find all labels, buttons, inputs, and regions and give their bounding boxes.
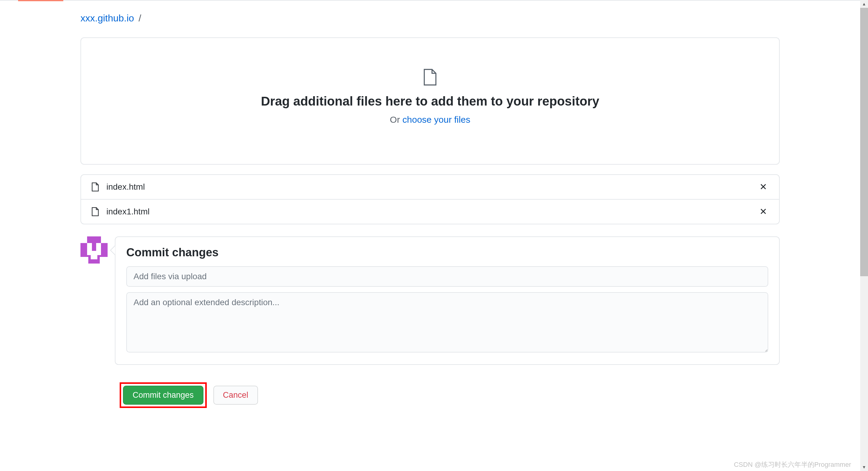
svg-rect-7 xyxy=(100,257,107,264)
file-row: index.html ✕ xyxy=(81,175,779,200)
commit-form: Commit changes xyxy=(115,236,780,365)
commit-changes-button[interactable]: Commit changes xyxy=(123,386,204,405)
scrollbar-track[interactable]: ▲ ▼ xyxy=(860,0,868,471)
file-row: index1.html ✕ xyxy=(81,200,779,224)
or-text: Or xyxy=(390,115,403,124)
drop-zone-heading: Drag additional files here to add them t… xyxy=(93,94,767,109)
commit-section: Commit changes xyxy=(81,236,780,365)
svg-rect-2 xyxy=(101,236,107,243)
file-icon xyxy=(91,182,100,192)
remove-file-button[interactable]: ✕ xyxy=(757,182,770,192)
avatar[interactable] xyxy=(81,236,107,264)
remove-file-button[interactable]: ✕ xyxy=(757,207,770,216)
scrollbar-thumb[interactable] xyxy=(860,8,868,276)
file-icon xyxy=(91,207,100,216)
file-icon xyxy=(422,68,438,86)
scrollbar-arrow-down-icon[interactable]: ▼ xyxy=(860,463,868,471)
commit-summary-input[interactable] xyxy=(126,266,768,287)
watermark-text: CSDN @练习时长六年半的Programmer xyxy=(734,460,851,469)
breadcrumb-repo-link[interactable]: xxx.github.io xyxy=(81,13,134,24)
uploaded-files-list: index.html ✕ index1.html ✕ xyxy=(81,174,780,224)
file-name: index.html xyxy=(106,182,757,192)
svg-rect-1 xyxy=(81,236,87,243)
scrollbar-arrow-up-icon[interactable]: ▲ xyxy=(860,0,868,8)
annotation-highlight: Commit changes xyxy=(120,382,207,408)
active-tab-indicator xyxy=(18,0,63,1)
commit-description-textarea[interactable] xyxy=(126,292,768,353)
commit-heading: Commit changes xyxy=(126,246,768,259)
close-icon: ✕ xyxy=(760,207,767,216)
svg-rect-5 xyxy=(91,251,97,259)
drop-zone-subtext: Or choose your files xyxy=(93,115,767,125)
file-name: index1.html xyxy=(106,207,757,216)
close-icon: ✕ xyxy=(760,182,767,192)
cancel-button[interactable]: Cancel xyxy=(213,386,258,405)
choose-files-link[interactable]: choose your files xyxy=(402,115,470,124)
svg-rect-6 xyxy=(81,257,88,264)
breadcrumb-separator: / xyxy=(138,13,141,24)
file-drop-zone[interactable]: Drag additional files here to add them t… xyxy=(81,37,780,165)
commit-actions: Commit changes Cancel xyxy=(120,382,780,408)
breadcrumb: xxx.github.io / xyxy=(81,13,780,24)
